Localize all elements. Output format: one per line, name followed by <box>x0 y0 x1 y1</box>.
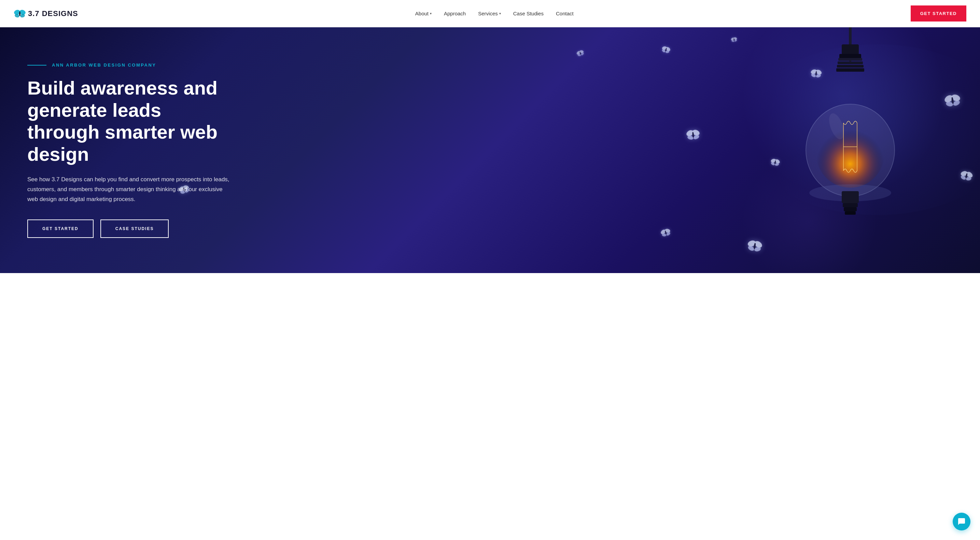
lightbulb-illustration <box>762 27 939 273</box>
hero-section: ANN ARBOR WEB DESIGN COMPANY Build aware… <box>0 27 980 273</box>
butterfly-decoration-7 <box>659 227 672 239</box>
nav-item-approach[interactable]: Approach <box>439 8 471 19</box>
hero-eyebrow-text: ANN ARBOR WEB DESIGN COMPANY <box>52 62 156 68</box>
nav-item-contact[interactable]: Contact <box>551 8 578 19</box>
butterfly-decoration-4 <box>575 49 585 58</box>
nav-item-case-studies[interactable]: Case Studies <box>508 8 548 19</box>
svg-point-4 <box>19 11 21 16</box>
svg-rect-73 <box>843 203 858 207</box>
hero-subtext: See how 3.7 Designs can help you find an… <box>27 175 232 205</box>
svg-rect-65 <box>836 68 864 71</box>
logo-text: 3.7 DESIGNS <box>28 9 78 18</box>
lightbulb-svg <box>792 44 908 235</box>
nav-label-contact: Contact <box>556 11 574 16</box>
nav-item-services[interactable]: Services ▾ <box>473 8 506 19</box>
svg-rect-64 <box>837 65 864 68</box>
hero-buttons: GET STARTED CASE STUDIES <box>27 219 232 238</box>
svg-rect-75 <box>845 211 856 215</box>
logo-link[interactable]: 3.7 DESIGNS <box>14 9 78 18</box>
butterfly-logo-icon <box>14 9 26 18</box>
svg-rect-72 <box>842 191 859 203</box>
eyebrow-line-decoration <box>27 65 46 65</box>
svg-point-67 <box>816 119 885 188</box>
butterfly-decoration-2 <box>730 37 738 43</box>
hero-headline: Build awareness and generate leads throu… <box>27 77 232 165</box>
butterfly-decoration-5 <box>685 128 701 142</box>
hero-content: ANN ARBOR WEB DESIGN COMPANY Build aware… <box>0 42 259 258</box>
butterfly-decoration-1 <box>660 45 671 55</box>
svg-rect-62 <box>838 58 862 61</box>
nav-label-approach: Approach <box>444 11 466 16</box>
nav-label-about: About <box>415 11 428 16</box>
svg-rect-61 <box>839 54 861 59</box>
navbar: 3.7 DESIGNS About ▾ Approach Services ▾ … <box>0 0 980 27</box>
svg-rect-74 <box>844 207 857 211</box>
hero-case-studies-button[interactable]: CASE STUDIES <box>100 219 169 238</box>
svg-rect-60 <box>842 44 859 55</box>
hero-get-started-button[interactable]: GET STARTED <box>27 219 94 238</box>
nav-get-started-button[interactable]: GET STARTED <box>911 5 966 22</box>
svg-rect-63 <box>838 62 863 64</box>
butterfly-decoration-10 <box>958 169 974 184</box>
nav-label-case-studies: Case Studies <box>513 11 544 16</box>
nav-item-about[interactable]: About ▾ <box>410 8 436 19</box>
chevron-down-icon: ▾ <box>430 12 432 15</box>
butterfly-decoration-8 <box>745 238 764 255</box>
svg-point-22 <box>578 54 581 56</box>
hero-eyebrow: ANN ARBOR WEB DESIGN COMPANY <box>27 62 232 68</box>
butterfly-decoration-9 <box>943 92 963 110</box>
nav-label-services: Services <box>478 11 498 16</box>
nav-links: About ▾ Approach Services ▾ Case Studies… <box>410 8 578 19</box>
chevron-down-icon-services: ▾ <box>499 12 501 15</box>
